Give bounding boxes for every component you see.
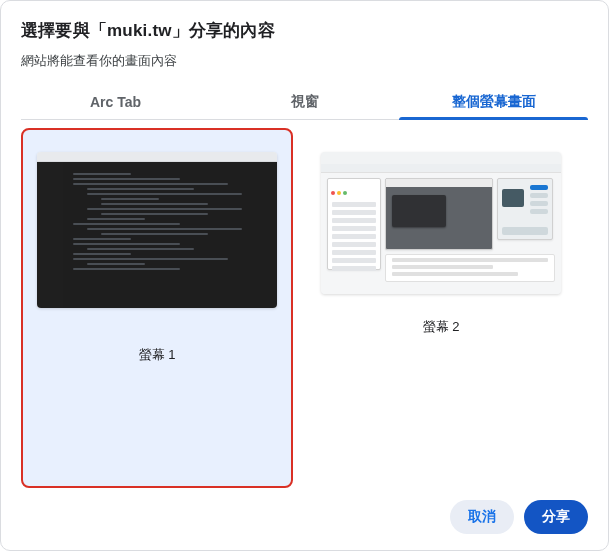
tab-window[interactable]: 視窗 [210,84,399,119]
dialog-footer: 取消 分享 [21,488,588,534]
dialog-title: 選擇要與「muki.tw」分享的內容 [21,19,588,42]
tab-label: 整個螢幕畫面 [452,93,536,111]
tab-label: 視窗 [291,93,319,111]
screen-picker: 螢幕 1 [21,120,588,488]
share-button[interactable]: 分享 [524,500,588,534]
tab-label: Arc Tab [90,94,141,110]
dialog-subtitle: 網站將能查看你的畫面內容 [21,52,588,70]
tab-arc-tab[interactable]: Arc Tab [21,84,210,119]
screen-option-1[interactable]: 螢幕 1 [21,128,293,488]
share-screen-dialog: 選擇要與「muki.tw」分享的內容 網站將能查看你的畫面內容 Arc Tab … [0,0,609,551]
cancel-button[interactable]: 取消 [450,500,514,534]
screen-option-label: 螢幕 2 [423,318,460,336]
screen-1-thumbnail [37,152,277,308]
screen-option-2[interactable]: 螢幕 2 [305,128,577,488]
tab-entire-screen[interactable]: 整個螢幕畫面 [399,84,588,119]
screen-2-thumbnail [321,152,561,294]
source-tabs: Arc Tab 視窗 整個螢幕畫面 [21,84,588,120]
screen-option-label: 螢幕 1 [139,346,176,364]
